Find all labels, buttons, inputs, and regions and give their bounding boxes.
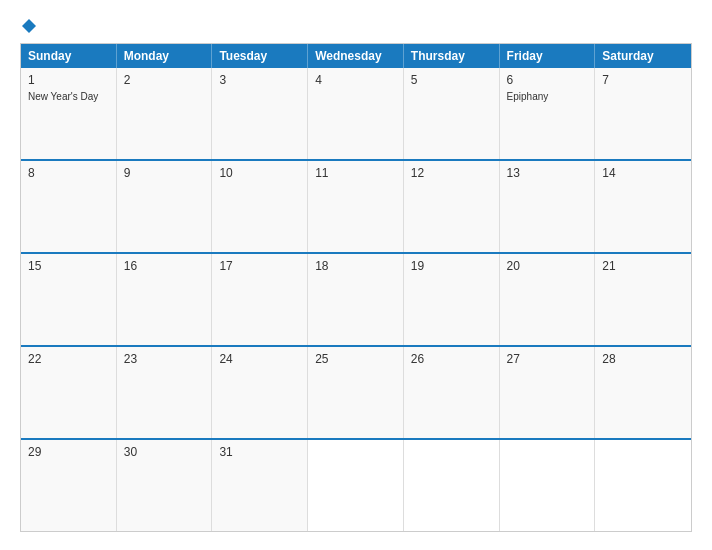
day-cell: 26 <box>404 347 500 438</box>
calendar-weeks: 1New Year's Day23456Epiphany789101112131… <box>21 68 691 531</box>
day-number: 15 <box>28 259 109 273</box>
day-cell: 24 <box>212 347 308 438</box>
day-number: 11 <box>315 166 396 180</box>
holiday-label: Epiphany <box>507 90 588 103</box>
day-number: 25 <box>315 352 396 366</box>
logo <box>20 18 36 33</box>
day-number: 18 <box>315 259 396 273</box>
day-cell: 1New Year's Day <box>21 68 117 159</box>
svg-marker-0 <box>22 19 36 33</box>
day-number: 4 <box>315 73 396 87</box>
day-cell <box>308 440 404 531</box>
day-number: 26 <box>411 352 492 366</box>
day-header-monday: Monday <box>117 44 213 68</box>
holiday-label: New Year's Day <box>28 90 109 103</box>
day-cell: 29 <box>21 440 117 531</box>
day-cell: 6Epiphany <box>500 68 596 159</box>
day-cell: 20 <box>500 254 596 345</box>
calendar-page: SundayMondayTuesdayWednesdayThursdayFrid… <box>0 0 712 550</box>
day-cell: 23 <box>117 347 213 438</box>
day-number: 23 <box>124 352 205 366</box>
day-cell: 3 <box>212 68 308 159</box>
day-number: 27 <box>507 352 588 366</box>
week-row-4: 22232425262728 <box>21 345 691 438</box>
day-number: 20 <box>507 259 588 273</box>
day-number: 3 <box>219 73 300 87</box>
day-cell: 11 <box>308 161 404 252</box>
day-number: 29 <box>28 445 109 459</box>
day-header-tuesday: Tuesday <box>212 44 308 68</box>
day-header-wednesday: Wednesday <box>308 44 404 68</box>
day-number: 22 <box>28 352 109 366</box>
day-number: 16 <box>124 259 205 273</box>
day-cell: 10 <box>212 161 308 252</box>
day-cell: 2 <box>117 68 213 159</box>
day-cell: 17 <box>212 254 308 345</box>
day-cell <box>404 440 500 531</box>
logo-blue-text <box>20 18 36 33</box>
day-number: 6 <box>507 73 588 87</box>
day-number: 13 <box>507 166 588 180</box>
day-cell: 13 <box>500 161 596 252</box>
day-cell: 16 <box>117 254 213 345</box>
day-number: 17 <box>219 259 300 273</box>
day-header-sunday: Sunday <box>21 44 117 68</box>
day-cell: 31 <box>212 440 308 531</box>
day-cell: 22 <box>21 347 117 438</box>
day-cell: 8 <box>21 161 117 252</box>
day-cell: 19 <box>404 254 500 345</box>
week-row-1: 1New Year's Day23456Epiphany7 <box>21 68 691 159</box>
day-cell <box>595 440 691 531</box>
day-header-thursday: Thursday <box>404 44 500 68</box>
days-header-row: SundayMondayTuesdayWednesdayThursdayFrid… <box>21 44 691 68</box>
day-cell: 30 <box>117 440 213 531</box>
day-number: 10 <box>219 166 300 180</box>
day-cell <box>500 440 596 531</box>
day-number: 30 <box>124 445 205 459</box>
day-cell: 5 <box>404 68 500 159</box>
day-cell: 7 <box>595 68 691 159</box>
day-number: 8 <box>28 166 109 180</box>
day-number: 19 <box>411 259 492 273</box>
day-number: 5 <box>411 73 492 87</box>
day-cell: 15 <box>21 254 117 345</box>
day-cell: 14 <box>595 161 691 252</box>
day-header-saturday: Saturday <box>595 44 691 68</box>
day-number: 9 <box>124 166 205 180</box>
week-row-3: 15161718192021 <box>21 252 691 345</box>
day-number: 24 <box>219 352 300 366</box>
day-header-friday: Friday <box>500 44 596 68</box>
day-number: 28 <box>602 352 684 366</box>
day-cell: 25 <box>308 347 404 438</box>
day-cell: 4 <box>308 68 404 159</box>
page-header <box>20 18 692 33</box>
day-number: 14 <box>602 166 684 180</box>
day-cell: 21 <box>595 254 691 345</box>
day-number: 1 <box>28 73 109 87</box>
week-row-2: 891011121314 <box>21 159 691 252</box>
logo-flag-icon <box>22 19 36 33</box>
day-cell: 18 <box>308 254 404 345</box>
day-cell: 28 <box>595 347 691 438</box>
day-number: 7 <box>602 73 684 87</box>
day-number: 12 <box>411 166 492 180</box>
week-row-5: 293031 <box>21 438 691 531</box>
day-cell: 9 <box>117 161 213 252</box>
day-cell: 12 <box>404 161 500 252</box>
day-number: 2 <box>124 73 205 87</box>
day-number: 21 <box>602 259 684 273</box>
calendar-grid: SundayMondayTuesdayWednesdayThursdayFrid… <box>20 43 692 532</box>
day-number: 31 <box>219 445 300 459</box>
day-cell: 27 <box>500 347 596 438</box>
